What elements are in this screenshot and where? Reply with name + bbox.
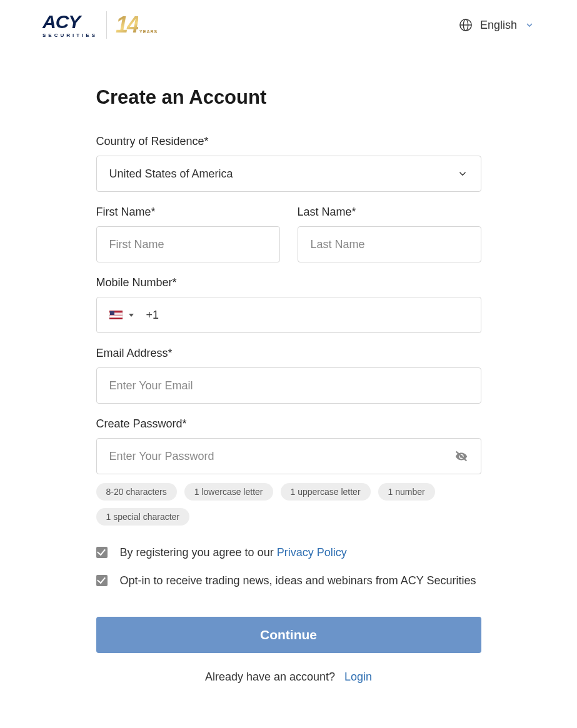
logo-anniversary-years: YEARS <box>139 29 158 34</box>
login-link[interactable]: Login <box>344 671 372 683</box>
continue-button[interactable]: Continue <box>96 617 481 653</box>
brand-logo[interactable]: ACY SECURITIES 14 YEARS <box>43 11 158 39</box>
last-name-label: Last Name* <box>298 206 481 219</box>
language-label: English <box>480 19 517 32</box>
mobile-input[interactable] <box>146 297 472 332</box>
last-name-input[interactable] <box>311 227 468 262</box>
globe-icon <box>459 18 473 32</box>
password-input[interactable] <box>109 439 468 474</box>
logo-anniversary-number: 14 <box>116 14 138 36</box>
language-selector[interactable]: English <box>459 18 534 32</box>
first-name-label: First Name* <box>96 206 280 219</box>
country-value: United States of America <box>109 167 233 181</box>
us-flag-icon <box>109 311 123 319</box>
password-rule-chip: 1 number <box>378 483 435 501</box>
email-label: Email Address* <box>96 347 481 360</box>
chevron-down-icon <box>524 20 534 30</box>
first-name-input[interactable] <box>109 227 267 262</box>
optin-checkbox[interactable] <box>96 575 108 586</box>
country-code-selector[interactable] <box>97 297 138 332</box>
mobile-label: Mobile Number* <box>96 276 481 289</box>
password-rule-chip: 1 lowercase letter <box>184 483 273 501</box>
chevron-down-icon <box>457 168 468 179</box>
password-label: Create Password* <box>96 417 481 431</box>
eye-off-icon[interactable] <box>454 449 468 463</box>
country-label: Country of Residence* <box>96 135 481 148</box>
password-rule-chip: 1 special character <box>96 508 190 526</box>
terms-pre-text: By registering you agree to our <box>120 546 277 559</box>
terms-checkbox[interactable] <box>96 547 108 558</box>
password-rule-chip: 8-20 characters <box>96 483 177 501</box>
country-select[interactable]: United States of America <box>96 156 481 192</box>
privacy-policy-link[interactable]: Privacy Policy <box>277 546 347 559</box>
logo-separator <box>106 11 107 39</box>
logo-text-sub: SECURITIES <box>43 32 98 38</box>
page-title: Create an Account <box>96 86 481 109</box>
password-rule-chip: 1 uppercase letter <box>281 483 371 501</box>
logo-text-main: ACY <box>43 12 80 31</box>
optin-text: Opt-in to receive trading news, ideas an… <box>120 572 476 589</box>
terms-text: By registering you agree to our Privacy … <box>120 544 347 561</box>
already-have-account-text: Already have an account? <box>205 671 335 683</box>
dropdown-triangle-icon <box>129 314 134 317</box>
email-input[interactable] <box>109 368 468 403</box>
